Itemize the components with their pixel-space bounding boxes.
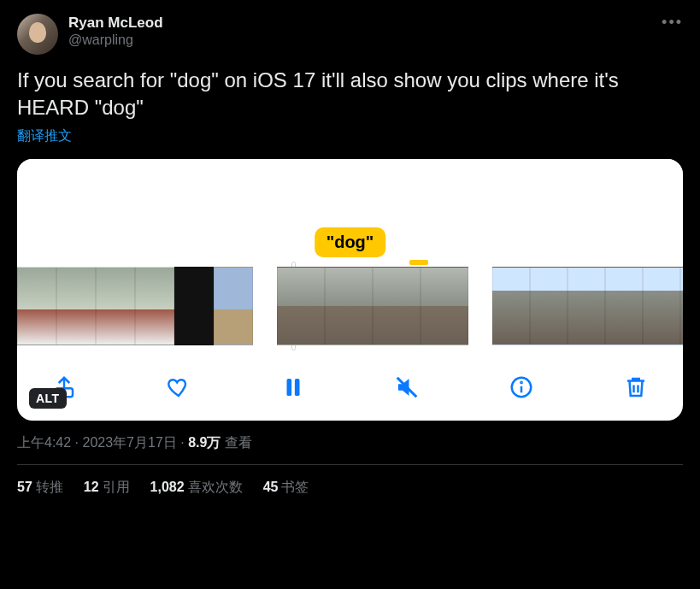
views-label: 查看 [221,435,251,450]
media-whitespace [17,159,683,224]
speaker-muted-icon [394,374,420,400]
mute-button[interactable] [392,373,421,402]
clip-group-3[interactable] [492,267,683,349]
tweet-stats: 57转推 12引用 1,082喜欢次数 45书签 [17,465,683,497]
tooltip-marker [409,260,428,265]
video-thumbnail[interactable] [325,267,373,345]
user-block[interactable]: Ryan McLeod @warpling [68,14,163,49]
tweet: Ryan McLeod @warpling ••• If you search … [0,0,700,507]
video-thumbnail[interactable] [174,267,214,345]
video-thumbnail[interactable] [17,267,56,345]
tweet-text: If you search for "dog" on iOS 17 it'll … [17,67,683,122]
media-toolbar [17,349,683,409]
pause-button[interactable] [279,373,308,402]
video-thumbnail[interactable] [492,267,530,345]
tweet-header: Ryan McLeod @warpling ••• [17,14,683,55]
quotes-stat[interactable]: 12引用 [84,479,130,497]
tweet-media[interactable]: "dog" [17,159,683,421]
retweets-stat[interactable]: 57转推 [17,479,63,497]
tweet-date[interactable]: 2023年7月17日 [82,435,176,450]
video-thumbnail[interactable] [96,267,135,345]
pause-icon [280,374,306,400]
like-button[interactable] [164,373,193,402]
alt-badge[interactable]: ALT [29,388,67,409]
svg-point-6 [521,382,522,383]
tweet-meta: 上午4:42 · 2023年7月17日 · 8.9万 查看 [17,434,683,452]
svg-rect-1 [286,379,291,396]
video-thumbnail[interactable] [56,267,96,345]
avatar[interactable] [17,14,58,55]
clip-group-1[interactable] [17,267,253,349]
video-thumbnail[interactable] [277,267,325,345]
user-handle: @warpling [68,32,163,49]
heart-icon [166,374,191,400]
svg-rect-2 [294,379,299,396]
search-term-tooltip: "dog" [315,227,386,257]
trash-icon [623,374,649,400]
video-thumbnail[interactable] [680,267,683,345]
bookmarks-stat[interactable]: 45书签 [263,479,309,497]
video-thumbnail[interactable] [214,267,253,345]
views-count: 8.9万 [188,435,221,450]
video-thumbnail[interactable] [135,267,174,345]
likes-stat[interactable]: 1,082喜欢次数 [150,479,243,497]
delete-button[interactable] [621,373,650,402]
info-button[interactable] [507,373,536,402]
video-thumbnail[interactable] [373,267,421,345]
tweet-time[interactable]: 上午4:42 [17,435,71,450]
video-thumbnail[interactable] [643,267,680,345]
info-icon [509,374,534,400]
video-thumbnail[interactable] [605,267,643,345]
video-thumbnail[interactable] [568,267,605,345]
more-options-button[interactable]: ••• [662,14,683,32]
clip-group-2[interactable] [277,267,468,349]
video-timeline[interactable] [17,267,683,349]
video-thumbnail[interactable] [530,267,568,345]
translate-link[interactable]: 翻译推文 [17,127,72,145]
video-thumbnail[interactable] [421,267,468,345]
display-name: Ryan McLeod [68,14,163,32]
